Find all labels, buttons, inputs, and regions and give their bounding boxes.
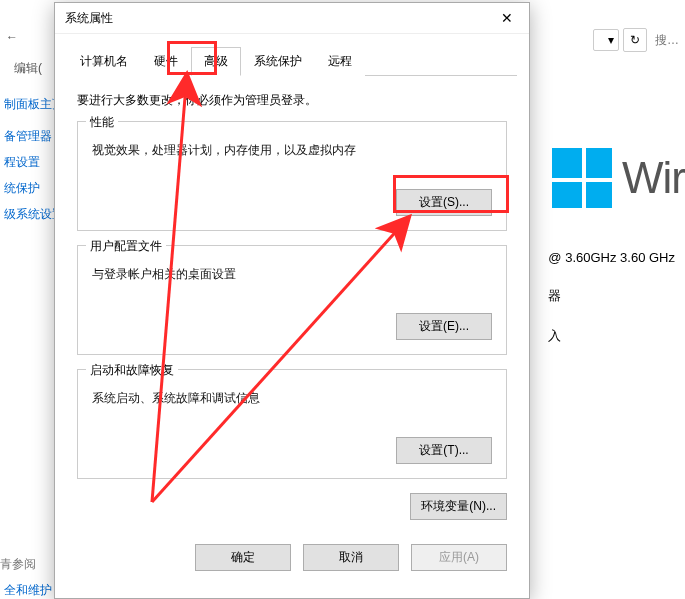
performance-settings-button[interactable]: 设置(S)...	[396, 189, 492, 216]
link-remote-settings[interactable]: 程设置	[0, 154, 44, 171]
close-button[interactable]: ✕	[485, 3, 529, 33]
windows-text: Wir	[622, 153, 685, 203]
tab-0[interactable]: 计算机名	[67, 47, 141, 76]
startup-recovery-settings-button[interactable]: 设置(T)...	[396, 437, 492, 464]
label-pen: 入	[548, 327, 675, 345]
close-icon: ✕	[501, 10, 513, 26]
group-startup-recovery-desc: 系统启动、系统故障和调试信息	[92, 390, 492, 407]
tab-1[interactable]: 硬件	[141, 47, 191, 76]
refresh-icon: ↻	[630, 33, 640, 47]
group-startup-recovery: 启动和故障恢复 系统启动、系统故障和调试信息 设置(T)...	[77, 369, 507, 479]
windows-logo-icon	[552, 148, 612, 208]
group-performance-desc: 视觉效果，处理器计划，内存使用，以及虚拟内存	[92, 142, 492, 159]
refresh-button[interactable]: ↻	[623, 28, 647, 52]
group-user-profiles-desc: 与登录帐户相关的桌面设置	[92, 266, 492, 283]
system-properties-dialog: 系统属性 ✕ 计算机名硬件高级系统保护远程 要进行大多数更改，你必须作为管理员登…	[54, 2, 530, 599]
link-device-manager[interactable]: 备管理器	[0, 128, 56, 145]
group-performance: 性能 视觉效果，处理器计划，内存使用，以及虚拟内存 设置(S)...	[77, 121, 507, 231]
tab-4[interactable]: 远程	[315, 47, 365, 76]
ok-button[interactable]: 确定	[195, 544, 291, 571]
titlebar[interactable]: 系统属性 ✕	[55, 3, 529, 34]
see-also-label: 青参阅	[0, 557, 36, 571]
nav-back-icon[interactable]: ←	[6, 30, 18, 44]
group-performance-legend: 性能	[86, 114, 118, 131]
user-profiles-settings-button[interactable]: 设置(E)...	[396, 313, 492, 340]
environment-variables-button[interactable]: 环境变量(N)...	[410, 493, 507, 520]
link-system-protection[interactable]: 统保护	[0, 180, 44, 197]
dialog-title: 系统属性	[55, 10, 113, 27]
menu-edit[interactable]: 编辑(	[14, 61, 42, 75]
address-dropdown[interactable]: ▾	[593, 29, 619, 51]
link-security-maintenance[interactable]: 全和维护	[0, 582, 56, 599]
chevron-down-icon: ▾	[608, 33, 614, 47]
apply-button[interactable]: 应用(A)	[411, 544, 507, 571]
tabs: 计算机名硬件高级系统保护远程	[67, 46, 517, 76]
intro-text: 要进行大多数更改，你必须作为管理员登录。	[77, 92, 507, 109]
tab-2[interactable]: 高级	[191, 47, 241, 76]
group-startup-recovery-legend: 启动和故障恢复	[86, 362, 178, 379]
search-box[interactable]: 搜…	[655, 32, 679, 49]
cancel-button[interactable]: 取消	[303, 544, 399, 571]
group-user-profiles-legend: 用户配置文件	[86, 238, 166, 255]
tab-3[interactable]: 系统保护	[241, 47, 315, 76]
group-user-profiles: 用户配置文件 与登录帐户相关的桌面设置 设置(E)...	[77, 245, 507, 355]
cpu-info: @ 3.60GHz 3.60 GHz	[548, 250, 675, 265]
windows-logo-block: Wir	[552, 148, 685, 208]
label-device: 器	[548, 287, 675, 305]
